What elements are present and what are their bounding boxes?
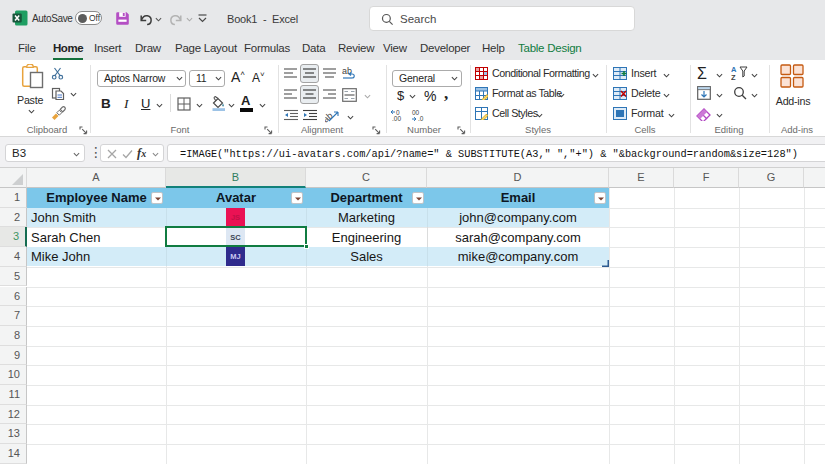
svg-text:.00: .00: [392, 115, 401, 122]
svg-text:Z: Z: [731, 73, 736, 81]
svg-text:.0: .0: [418, 115, 424, 122]
